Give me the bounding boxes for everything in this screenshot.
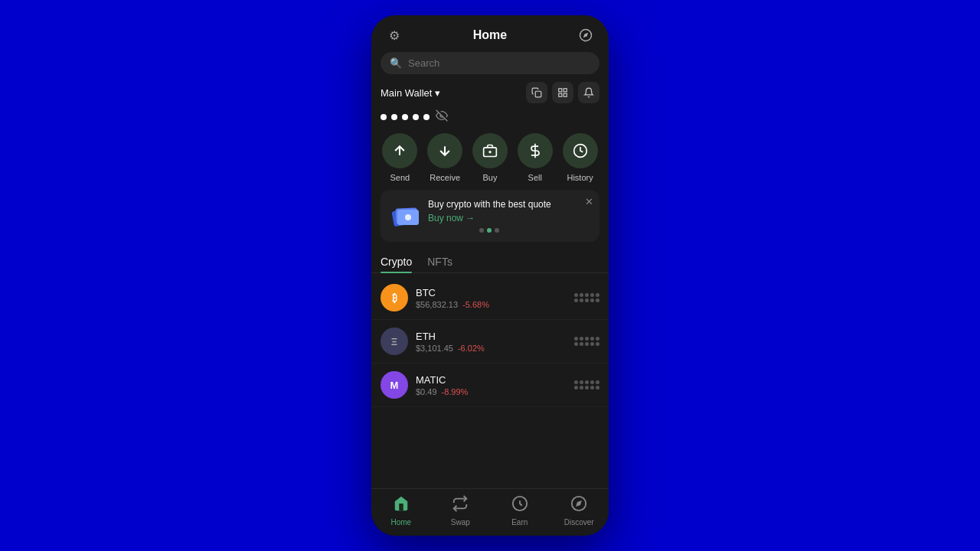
swap-icon: [452, 495, 469, 516]
btc-name: BTC: [416, 287, 567, 298]
asset-tabs: Crypto NFTs: [371, 249, 609, 273]
page-title: Home: [473, 28, 507, 42]
bottom-navigation: Home Swap Earn: [371, 488, 609, 536]
hide-balance-icon[interactable]: [436, 109, 448, 124]
eth-balance: [574, 337, 599, 346]
nav-swap[interactable]: Swap: [441, 495, 479, 527]
wallet-selector[interactable]: Main Wallet ▾: [381, 87, 440, 99]
balance-dot-3: [402, 114, 408, 120]
notifications-button[interactable]: [578, 82, 599, 103]
nav-home[interactable]: Home: [382, 495, 420, 527]
eth-change: -6.02%: [458, 344, 485, 353]
balance-dot-1: [381, 114, 387, 120]
svg-marker-21: [576, 500, 582, 507]
promo-close-button[interactable]: ✕: [585, 196, 593, 207]
sell-label: Sell: [528, 173, 542, 182]
eth-info: ETH $3,101.45 -6.02%: [416, 331, 567, 353]
nav-earn-label: Earn: [511, 518, 528, 527]
list-item[interactable]: M MATIC $0.49 -8.99%: [371, 364, 609, 407]
wallet-action-buttons: [526, 82, 599, 103]
compass-icon[interactable]: [575, 24, 596, 46]
search-icon: 🔍: [390, 57, 402, 69]
buy-button[interactable]: Buy: [472, 133, 508, 182]
promo-link[interactable]: Buy now →: [428, 213, 551, 223]
scan-qr-button[interactable]: [552, 82, 573, 103]
eth-name: ETH: [416, 331, 567, 342]
history-button[interactable]: History: [563, 133, 598, 182]
promo-image: [390, 201, 420, 231]
promo-dot-1: [479, 228, 484, 233]
btc-logo: ₿: [381, 284, 408, 311]
wallet-dropdown-icon: ▾: [435, 87, 440, 99]
earn-icon: [511, 495, 528, 516]
btc-price: $56,832.13: [416, 300, 458, 309]
nav-discover[interactable]: Discover: [560, 495, 598, 527]
send-button[interactable]: Send: [382, 133, 417, 182]
matic-change: -8.99%: [442, 387, 469, 396]
balance-dot-4: [413, 114, 419, 120]
history-label: History: [567, 173, 593, 182]
eth-price: $3,101.45: [416, 344, 453, 353]
receive-button[interactable]: Receive: [427, 133, 462, 182]
phone-frame: ⚙ Home 🔍 Main Wallet ▾: [371, 15, 609, 536]
send-label: Send: [390, 173, 410, 182]
svg-rect-4: [564, 89, 567, 92]
crypto-list: ₿ BTC $56,832.13 -5.68% Ξ ETH: [371, 276, 609, 488]
svg-rect-5: [559, 93, 562, 96]
svg-point-18: [405, 214, 411, 220]
copy-address-button[interactable]: [526, 82, 547, 103]
sell-button[interactable]: Sell: [518, 133, 553, 182]
matic-price: $0.49: [416, 387, 437, 396]
wallet-row: Main Wallet ▾: [371, 82, 609, 108]
btc-change: -5.68%: [462, 300, 489, 309]
svg-marker-1: [583, 33, 588, 37]
matic-info: MATIC $0.49 -8.99%: [416, 374, 567, 396]
balance-display: [371, 108, 609, 130]
matic-name: MATIC: [416, 374, 567, 386]
btc-balance: [574, 293, 599, 302]
matic-balance: [574, 380, 599, 390]
promo-dots: [428, 223, 551, 233]
btc-info: BTC $56,832.13 -5.68%: [416, 287, 567, 309]
balance-dot-2: [391, 114, 397, 120]
settings-icon[interactable]: ⚙: [384, 24, 405, 46]
promo-dot-3: [495, 228, 499, 233]
eth-logo: Ξ: [381, 328, 408, 355]
nav-earn[interactable]: Earn: [501, 495, 539, 527]
list-item[interactable]: ₿ BTC $56,832.13 -5.68%: [371, 276, 609, 320]
list-item[interactable]: Ξ ETH $3,101.45 -6.02%: [371, 320, 609, 364]
promo-banner: ✕ Buy crypto with the best quote Buy now…: [381, 190, 599, 242]
nav-home-label: Home: [390, 518, 411, 527]
balance-dot-5: [423, 114, 430, 120]
svg-rect-2: [535, 91, 541, 97]
tab-crypto[interactable]: Crypto: [381, 249, 412, 272]
search-input[interactable]: [408, 57, 590, 69]
nav-swap-label: Swap: [451, 518, 470, 527]
header: ⚙ Home: [371, 15, 609, 52]
promo-title: Buy crypto with the best quote: [428, 199, 551, 210]
promo-dot-2: [487, 228, 492, 233]
svg-rect-3: [559, 89, 562, 92]
home-icon: [393, 495, 410, 516]
wallet-name-label: Main Wallet: [381, 87, 432, 99]
action-buttons-row: Send Receive Buy: [371, 130, 609, 188]
discover-icon: [570, 495, 587, 516]
matic-logo: M: [381, 371, 408, 399]
tab-nfts[interactable]: NFTs: [427, 249, 452, 272]
search-bar[interactable]: 🔍: [381, 52, 599, 74]
buy-label: Buy: [483, 173, 498, 182]
svg-rect-6: [564, 93, 567, 96]
nav-discover-label: Discover: [564, 518, 594, 527]
receive-label: Receive: [430, 173, 460, 182]
